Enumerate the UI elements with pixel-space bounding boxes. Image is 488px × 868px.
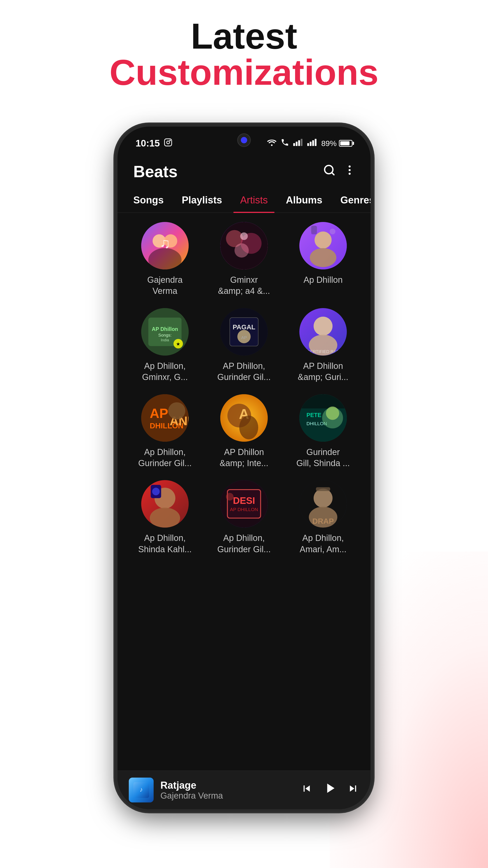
- svg-text:CERTIFIED R&B: CERTIFIED R&B: [307, 349, 339, 354]
- tab-songs[interactable]: Songs: [127, 188, 170, 213]
- list-item[interactable]: Gminxr&amp; a4 &...: [208, 222, 280, 297]
- tab-albums[interactable]: Albums: [279, 188, 329, 213]
- tab-playlists[interactable]: Playlists: [175, 188, 229, 213]
- svg-point-13: [349, 165, 351, 167]
- list-item[interactable]: CERTIFIED R&B AP Dhillon&amp; Guri...: [287, 308, 359, 383]
- svg-rect-9: [312, 141, 314, 146]
- list-item[interactable]: A AP Dhillon&amp; Inte...: [208, 394, 280, 469]
- svg-point-30: [330, 228, 335, 234]
- artist-name-8: AP Dhillon&amp; Inte...: [220, 447, 268, 469]
- list-item[interactable]: ♫ GajendraVerma: [129, 222, 201, 297]
- svg-rect-5: [298, 141, 300, 146]
- prev-button[interactable]: [300, 782, 313, 798]
- svg-point-27: [315, 231, 332, 249]
- more-menu-icon[interactable]: [345, 164, 355, 179]
- svg-point-28: [310, 248, 336, 267]
- app-title: Beats: [133, 162, 177, 181]
- artist-avatar-6: CERTIFIED R&B: [299, 308, 347, 355]
- artist-name-10: Ap Dhillon,Shinda Kahl...: [138, 532, 192, 555]
- svg-point-45: [314, 317, 332, 336]
- artists-content: ♫ GajendraVerma: [118, 213, 370, 771]
- status-icons: 89%: [267, 138, 352, 149]
- artist-name-2: Gminxr&amp; a4 &...: [218, 274, 270, 297]
- list-item[interactable]: PAGAL AP AP Dhillon,Gurinder Gil...: [208, 308, 280, 383]
- mini-player-info: Ratjage Gajendra Verma: [160, 780, 294, 801]
- artist-name-9: GurinderGill, Shinda ...: [296, 447, 350, 469]
- artists-grid: ♫ GajendraVerma: [129, 222, 359, 555]
- wifi-icon: [267, 138, 276, 148]
- artist-avatar-8: A: [220, 394, 268, 442]
- tab-genres[interactable]: Genres: [334, 188, 370, 213]
- artist-name-3: Ap Dhillon: [303, 274, 343, 285]
- tab-artists[interactable]: Artists: [233, 188, 274, 213]
- svg-point-72: [226, 493, 234, 501]
- svg-point-2: [170, 140, 170, 141]
- mini-player: ♪ Ratjage Gajendra Verma: [118, 771, 370, 809]
- svg-text:India: India: [161, 338, 169, 342]
- artist-avatar-11: DESI AP DHILLON: [220, 480, 268, 528]
- artist-avatar-3: [299, 222, 347, 270]
- svg-point-14: [349, 169, 351, 171]
- svg-point-67: [152, 488, 160, 495]
- svg-rect-31: [311, 226, 317, 235]
- list-item[interactable]: AP DHILLON ANI Ap Dhillon,Gurinder Gil..…: [129, 394, 201, 469]
- artist-name-11: Ap Dhillon,Gurinder Gil...: [217, 532, 271, 555]
- svg-text:DRAP: DRAP: [312, 517, 334, 526]
- tabs-bar: Songs Playlists Artists Albums Genres: [118, 188, 370, 213]
- list-item[interactable]: Ap Dhillon: [287, 222, 359, 297]
- svg-point-56: [239, 415, 258, 439]
- list-item[interactable]: PETE DHILLON GurinderGill, Shinda ...: [287, 394, 359, 469]
- app-header: Beats: [118, 153, 370, 188]
- svg-rect-10: [315, 139, 317, 146]
- title-customizations: Customizations: [0, 54, 488, 90]
- artist-avatar-5: PAGAL AP: [220, 308, 268, 355]
- title-latest: Latest: [0, 18, 488, 54]
- search-icon[interactable]: [323, 164, 335, 179]
- svg-point-15: [349, 173, 351, 175]
- svg-point-65: [150, 508, 180, 528]
- list-item[interactable]: DRAP Ap Dhillon,Amari, Am...: [287, 480, 359, 555]
- promo-text: Latest Customizations: [0, 18, 488, 90]
- battery-indicator: 89%: [321, 139, 352, 148]
- call-icon: [281, 138, 289, 149]
- svg-point-74: [314, 489, 332, 508]
- svg-text:AP: AP: [241, 335, 247, 340]
- play-button[interactable]: [322, 780, 338, 800]
- svg-text:★: ★: [176, 341, 180, 346]
- svg-rect-4: [296, 142, 297, 146]
- header-icons: [323, 164, 355, 179]
- next-button[interactable]: [347, 782, 359, 798]
- svg-point-24: [234, 243, 249, 258]
- mini-player-thumbnail: ♪: [129, 778, 154, 802]
- front-camera: [237, 133, 251, 147]
- signal-icon: [293, 138, 303, 148]
- artist-avatar-1: ♫: [141, 222, 189, 270]
- svg-point-1: [167, 141, 170, 144]
- svg-rect-0: [165, 139, 172, 146]
- svg-rect-8: [310, 142, 312, 146]
- artist-name-1: GajendraVerma: [147, 274, 183, 297]
- artist-avatar-9: PETE DHILLON: [299, 394, 347, 442]
- svg-text:DESI: DESI: [233, 495, 255, 506]
- status-bar: 10:15: [118, 127, 370, 153]
- svg-text:AP: AP: [150, 406, 168, 421]
- list-item[interactable]: AP Dhillon Songs: India ★ Ap Dhillon,Gmi…: [129, 308, 201, 383]
- status-time: 10:15: [135, 138, 160, 149]
- svg-point-52: [168, 402, 186, 419]
- mini-player-title: Ratjage: [160, 780, 294, 791]
- svg-text:PETE: PETE: [306, 412, 322, 418]
- list-item[interactable]: Ap Dhillon,Shinda Kahl...: [129, 480, 201, 555]
- svg-text:♪: ♪: [140, 786, 143, 793]
- artist-name-12: Ap Dhillon,Amari, Am...: [300, 532, 347, 555]
- phone-frame: 10:15: [118, 127, 370, 809]
- svg-rect-7: [307, 143, 309, 146]
- svg-text:PAGAL: PAGAL: [233, 323, 256, 331]
- svg-point-25: [240, 232, 248, 240]
- battery-icon: [339, 140, 352, 147]
- artist-avatar-2: [220, 222, 268, 270]
- artist-avatar-7: AP DHILLON ANI: [141, 394, 189, 442]
- list-item[interactable]: DESI AP DHILLON Ap Dhillon,Gurinder Gil.…: [208, 480, 280, 555]
- svg-text:AP DHILLON: AP DHILLON: [230, 507, 258, 512]
- svg-point-62: [326, 406, 339, 420]
- artist-name-4: Ap Dhillon,Gminxr, G...: [142, 361, 188, 383]
